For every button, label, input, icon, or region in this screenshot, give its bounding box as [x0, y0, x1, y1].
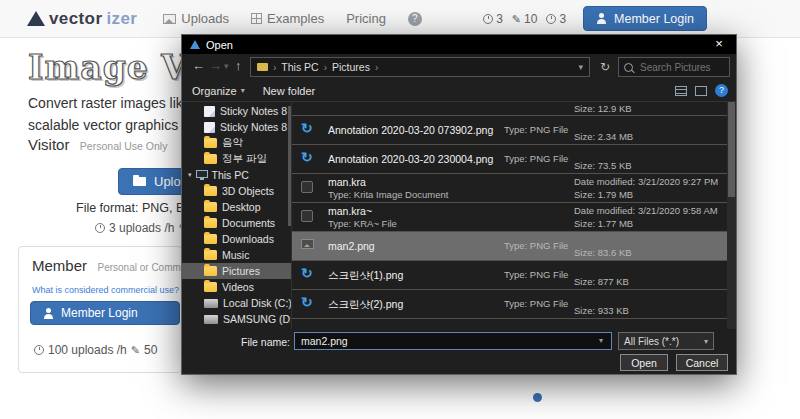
tree-label: 음악	[222, 136, 243, 150]
address-bar[interactable]: This PC Pictures	[250, 57, 590, 77]
new-folder-button[interactable]: New folder	[263, 85, 316, 97]
sidebar-item-sticky-notes-8[interactable]: Sticky Notes 8	[182, 103, 291, 119]
open-file-dialog: Open This PC Pictures Organize New folde…	[181, 34, 737, 375]
logo-triangle-icon	[27, 11, 45, 26]
sidebar-item-sticky-notes-8-in[interactable]: Sticky Notes 8 In	[182, 119, 291, 135]
folder-icon	[204, 154, 217, 164]
user-icon	[43, 308, 54, 319]
file-row-man-kra[interactable]: man.kra Type: Krita Image Document Date …	[292, 174, 727, 203]
refresh-icon[interactable]	[596, 57, 614, 77]
sidebar-item-samsung-d[interactable]: SAMSUNG (D:)	[182, 311, 291, 327]
uploads-counter-value: 3	[496, 12, 503, 26]
uploads-counter: 3	[483, 12, 503, 26]
site-logo[interactable]: vectorizer	[27, 9, 137, 29]
organize-button[interactable]: Organize	[192, 85, 245, 97]
file-row-man-kra-backup[interactable]: man.kra~ Type: KRA~ File Date modified: …	[292, 203, 727, 232]
chevron-down-icon	[241, 86, 245, 95]
history-chevron-icon[interactable]	[224, 61, 229, 71]
close-icon[interactable]	[702, 35, 736, 54]
clock-icon	[95, 223, 105, 233]
pictures-folder-icon	[257, 63, 268, 71]
dialog-navbar: This PC Pictures	[182, 54, 736, 80]
view-thumbnails-icon[interactable]	[695, 86, 707, 96]
up-icon[interactable]	[235, 58, 242, 73]
tree-label: 정부 파일	[222, 152, 267, 166]
sidebar-item-gov-files-kr[interactable]: 정부 파일	[182, 151, 291, 167]
file-list: Size: 12.9 KB Annotation 2020-03-20 0739…	[292, 102, 736, 329]
sidebar-item-music-kr[interactable]: 음악	[182, 135, 291, 151]
site-header: vectorizer Uploads Examples Pricing 3 10…	[0, 0, 800, 38]
nav-item-examples[interactable]: Examples	[251, 11, 324, 26]
open-button[interactable]: Open	[620, 354, 668, 371]
file-row-man2-selected[interactable]: man2.png Type: PNG File Size: 83.6 KB	[292, 232, 727, 261]
folder-icon	[133, 177, 146, 186]
nav-item-uploads[interactable]: Uploads	[163, 11, 229, 26]
sidebar-item-3d-objects[interactable]: 3D Objects	[182, 183, 291, 199]
sidebar-item-pictures[interactable]: Pictures	[182, 263, 291, 279]
file-row-annotation-073902[interactable]: Annotation 2020-03-20 073902.png Type: P…	[292, 116, 727, 145]
file-type-value: All Files (*.*)	[624, 336, 679, 347]
cancel-button[interactable]: Cancel	[676, 354, 728, 371]
search-icon	[624, 63, 633, 72]
file-row-screenshot-1[interactable]: 스크린샷(1).png Type: PNG File Size: 877 KB	[292, 261, 727, 290]
file-list-scrollbar[interactable]	[727, 102, 736, 329]
file-type: Type: PNG File	[504, 124, 568, 135]
new-folder-label: New folder	[263, 85, 316, 97]
file-size: Size: 933 KB	[574, 305, 629, 316]
scrollbar-thumb[interactable]	[728, 102, 735, 197]
tree-scrollbar[interactable]	[288, 106, 291, 226]
folder-icon	[204, 186, 217, 196]
search-box[interactable]	[618, 57, 730, 77]
file-row-partial[interactable]: Size: 12.9 KB	[292, 102, 727, 116]
file-size: Size: 1.79 MB	[574, 189, 633, 200]
chevron-down-icon	[704, 337, 708, 346]
clock-icon	[546, 14, 556, 24]
sidebar-item-this-pc[interactable]: This PC	[182, 167, 291, 183]
nav-item-pricing[interactable]: Pricing	[346, 11, 386, 26]
file-date: Date modified: 3/21/2020 9:27 PM	[574, 176, 718, 187]
help-icon[interactable]	[408, 12, 422, 26]
breadcrumb-this-pc[interactable]: This PC	[281, 61, 318, 73]
file-name-input[interactable]	[294, 332, 612, 350]
file-rows: Size: 12.9 KB Annotation 2020-03-20 0739…	[292, 102, 727, 319]
sidebar-item-videos[interactable]: Videos	[182, 279, 291, 295]
folder-icon	[204, 250, 217, 260]
tree-label: Videos	[222, 281, 254, 293]
sidebar-item-local-disk-c[interactable]: Local Disk (C:)	[182, 295, 291, 311]
chevron-icon	[273, 62, 276, 73]
breadcrumb-pictures[interactable]: Pictures	[332, 61, 370, 73]
navigation-tree: Sticky Notes 8 Sticky Notes 8 In 음악 정부 파…	[182, 102, 292, 329]
uploads-icon	[163, 14, 176, 24]
view-details-icon[interactable]	[675, 86, 687, 96]
file-type: Type: PNG File	[504, 240, 568, 251]
tree-label: Documents	[222, 217, 275, 229]
file-type: Type: KRA~ File	[328, 218, 397, 229]
back-icon[interactable]	[192, 58, 205, 73]
member-login-button[interactable]: Member Login	[583, 6, 707, 31]
pencil-icon	[131, 343, 140, 357]
member-card-login-button[interactable]: Member Login	[30, 301, 180, 325]
search-input[interactable]	[638, 61, 724, 74]
forward-icon[interactable]	[209, 58, 222, 73]
file-name: 스크린샷(1).png	[328, 269, 403, 283]
sidebar-item-music[interactable]: Music	[182, 247, 291, 263]
sync-icon	[301, 150, 313, 164]
address-dropdown-icon[interactable]	[578, 62, 583, 72]
dialog-help-icon[interactable]	[715, 84, 728, 97]
disk-icon	[204, 315, 218, 324]
commercial-use-link[interactable]: What is considered commercial use?	[32, 285, 179, 295]
dialog-title: Open	[206, 39, 233, 51]
sidebar-item-documents[interactable]: Documents	[182, 215, 291, 231]
dialog-titlebar[interactable]: Open	[182, 35, 736, 54]
sidebar-item-desktop[interactable]: Desktop	[182, 199, 291, 215]
file-row-annotation-230004[interactable]: Annotation 2020-03-20 230004.png Type: P…	[292, 145, 727, 174]
file-size: Size: 73.5 KB	[574, 160, 632, 171]
sidebar-item-downloads[interactable]: Downloads	[182, 231, 291, 247]
file-type-select[interactable]: All Files (*.*)	[618, 332, 714, 350]
note-icon	[204, 106, 215, 117]
dialog-main: Sticky Notes 8 Sticky Notes 8 In 음악 정부 파…	[182, 102, 736, 329]
expander-icon[interactable]	[188, 171, 192, 179]
krita-file-icon	[301, 210, 313, 222]
file-row-screenshot-2[interactable]: 스크린샷(2).png Type: PNG File Size: 933 KB	[292, 290, 727, 319]
member-card: Member Personal or Commercial Us What is…	[18, 246, 182, 373]
